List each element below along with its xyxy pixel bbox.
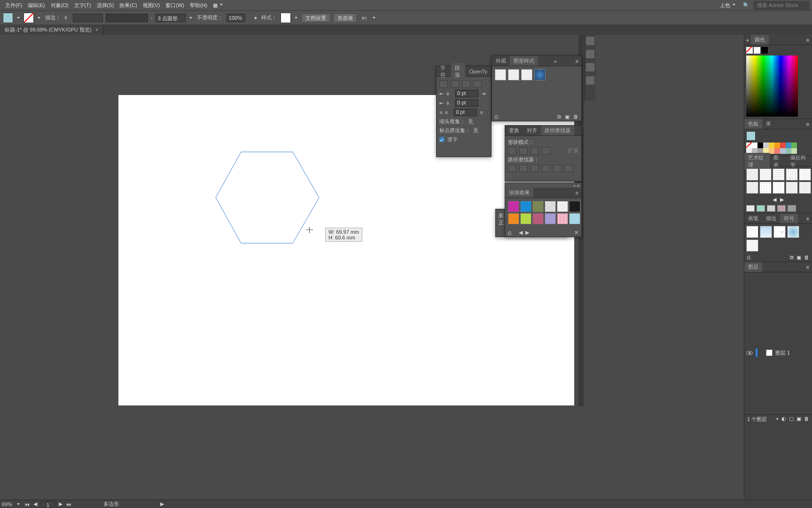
color-none-swatch[interactable] [746,47,753,54]
zoom-level[interactable]: 69% [2,501,12,507]
color-black-swatch[interactable] [761,47,768,54]
pattern-next-icon[interactable]: ▶ [780,197,784,203]
sw-white[interactable] [752,143,757,148]
layer-mask-icon[interactable]: ◐ [781,416,786,423]
pattern-10[interactable] [799,182,811,194]
outline-icon[interactable] [553,165,562,172]
dock-icon-4[interactable] [586,76,594,85]
gs-thumb-2[interactable] [508,69,519,80]
intersect-icon[interactable] [531,147,539,155]
sw-6[interactable] [780,143,786,148]
stroke-dropdown[interactable] [37,16,41,20]
stroke-weight-stepper[interactable] [64,14,70,22]
sw-none[interactable] [746,143,752,148]
transform-icon[interactable]: ¤↕ [360,15,369,21]
color-spectrum[interactable] [746,56,798,117]
tab-stroke[interactable]: 描边 [762,214,780,223]
menu-window[interactable]: 窗口(W) [163,1,187,10]
stroke-weight-input[interactable] [73,14,103,22]
divide-icon[interactable] [508,165,516,172]
pattern-prev-icon[interactable]: ◀ [773,197,776,203]
tab-paragraph[interactable]: 段落 [451,63,466,80]
pattern-2[interactable] [759,168,772,181]
smudge-library-icon[interactable]: ⎙ [508,230,511,236]
indent-left-input[interactable]: 0 pt [455,90,478,97]
color-group-4[interactable] [777,205,786,212]
menu-file[interactable]: 文件(F) [2,1,25,10]
gs-link-icon[interactable]: ⧉ [557,114,561,120]
dock-icon-2[interactable] [586,50,594,58]
tab-character[interactable]: 字符 [437,63,451,80]
sw-3[interactable] [763,143,769,148]
color-group-5[interactable] [788,205,796,212]
smudge-close-footer-icon[interactable]: ✕ [574,230,578,236]
profile-preview[interactable] [106,14,148,22]
sw-4[interactable] [769,143,774,148]
pattern-7[interactable] [759,182,772,194]
menu-view[interactable]: 视图(V) [140,1,163,10]
align-center-icon[interactable] [451,80,459,88]
graphic-styles-menu-icon[interactable]: ≡ [573,57,581,65]
tab-transform[interactable]: 变换 [505,126,523,135]
pattern-9[interactable] [786,182,798,194]
first-line-input[interactable]: 0 pt [455,99,478,107]
indent-left-stepper[interactable] [446,90,452,97]
dock-icon-1[interactable] [586,37,594,45]
smudge-sw-4[interactable] [545,201,556,212]
tab-library[interactable]: 库 [762,119,775,129]
layer-trash-icon[interactable]: 🗑 [804,416,809,423]
hexagon-shape[interactable] [215,151,320,246]
merge-icon[interactable] [531,165,539,172]
gs-new-icon[interactable]: ▣ [565,114,570,120]
swatches-menu-icon[interactable]: ≡ [804,120,812,128]
tab-smudge[interactable]: 涂抹效果 [505,188,533,198]
tab-swatches[interactable]: 色板 [744,119,762,129]
layers-menu-icon[interactable]: ≡ [804,263,812,271]
pattern-5[interactable] [799,168,811,181]
symbols-menu-icon[interactable]: ≡ [804,215,812,222]
visibility-icon[interactable] [746,351,753,355]
prev-page-icon[interactable]: ◀ [33,501,37,507]
symbol-4[interactable] [746,239,758,252]
smudge-sw-2[interactable] [520,201,531,212]
menu-help[interactable]: 帮助(H) [187,1,210,10]
symbol-2[interactable] [760,226,772,238]
tab-color[interactable]: 颜色 [751,35,769,45]
menu-select[interactable]: 选择(S) [94,1,117,10]
minus-back-icon[interactable] [564,165,573,172]
color-menu-icon[interactable]: ≡ [804,36,812,44]
smudge-next-icon[interactable]: ▶ [525,230,529,236]
trim-icon[interactable] [519,165,528,172]
symbol-1[interactable] [746,226,758,238]
pattern-4[interactable] [786,168,798,181]
menu-effect[interactable]: 效果(C) [117,1,140,10]
brush-definition[interactable]: 3 点圆形 [156,14,186,22]
expand-button[interactable]: 扩展 [568,147,578,155]
document-tab[interactable]: 标题-1* @ 99.69% (CMYK/GPU 预览) × [0,24,103,35]
next-page-icon[interactable]: ▶ [59,501,62,507]
symbol-link-icon[interactable]: ⧉ [790,254,794,261]
tab-graphic-styles[interactable]: 图形样式 [510,56,538,66]
smudge-sw-12[interactable] [569,213,580,224]
color-group-3[interactable] [767,205,775,212]
first-line-stepper[interactable] [446,99,452,107]
symbol-new-icon[interactable]: ▣ [796,254,801,261]
sw-7[interactable] [786,143,791,148]
tab-art-texture[interactable]: 艺术纹理 [744,153,770,170]
kinsoku-value[interactable]: 无 [468,118,473,125]
align-left-icon[interactable] [439,80,448,88]
smudge-sw-1[interactable] [508,201,519,212]
smudge-sw-8[interactable] [520,213,531,224]
pattern-3[interactable] [773,168,785,181]
search-adobe-stock[interactable]: 搜索 Adobe Stock [753,1,810,10]
gs-library-icon[interactable]: ⎙ [495,114,498,120]
prefs-button[interactable]: 首选项 [333,13,357,23]
minus-front-icon[interactable] [519,147,528,155]
first-page-icon[interactable]: ⏮ [24,501,30,507]
hyphenate-checkbox[interactable] [439,137,445,142]
color-white-swatch[interactable] [754,47,760,54]
smudge-minimize-icon[interactable]: ▪ [574,183,575,187]
symbol-library-icon[interactable]: ⎙ [747,254,750,261]
exclude-icon[interactable] [542,147,550,155]
smudge-sw-11[interactable] [557,213,568,224]
